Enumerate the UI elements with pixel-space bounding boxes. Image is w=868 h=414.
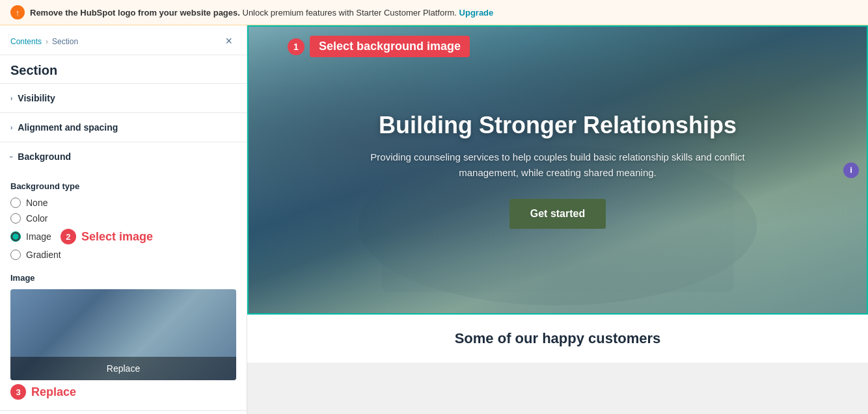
replace-callout: 3 Replace [10, 384, 236, 400]
radio-input-gradient[interactable] [10, 250, 21, 260]
select-image-callout: 2 Select image [61, 229, 153, 244]
notification-bar: ↑ Remove the HubSpot logo from your webs… [0, 0, 868, 25]
hero-content: Building Stronger Relationships Providin… [249, 27, 867, 313]
content-area: 1 Select background image i Building Str… [247, 25, 868, 414]
background-section: › Background Background type None C [0, 142, 247, 411]
breadcrumb-current: Section [52, 37, 78, 46]
notification-icon: ↑ [10, 5, 25, 19]
background-header[interactable]: › Background [0, 142, 247, 171]
radio-input-none[interactable] [10, 198, 21, 208]
main-layout: Contents › Section × Section › Visibilit… [0, 25, 868, 414]
sidebar: Contents › Section × Section › Visibilit… [0, 25, 247, 414]
section-title: Section [0, 55, 247, 84]
select-image-text[interactable]: Select image [81, 230, 153, 244]
step-badge-3: 3 [10, 384, 26, 400]
radio-image-row: Image 2 Select image [10, 229, 236, 244]
image-label: Image [10, 273, 236, 283]
background-content: Background type None Color [0, 171, 247, 410]
below-title: Some of our happy customers [263, 330, 852, 347]
breadcrumb-parent[interactable]: Contents [10, 37, 42, 46]
radio-gradient-label: Gradient [26, 250, 61, 260]
radio-none[interactable]: None [10, 198, 236, 208]
alignment-chevron: › [10, 124, 12, 131]
notification-upgrade-link[interactable]: Upgrade [459, 8, 494, 18]
below-hero: Some of our happy customers [247, 315, 868, 363]
alignment-section: › Alignment and spacing [0, 113, 247, 142]
background-type-label: Background type [10, 181, 236, 191]
radio-image-label: Image [26, 231, 51, 242]
hero-section: 1 Select background image i Building Str… [247, 25, 868, 315]
visibility-label: Visibility [18, 93, 55, 103]
radio-input-color[interactable] [10, 213, 21, 224]
breadcrumb: Contents › Section [10, 37, 78, 46]
visibility-chevron: › [10, 95, 12, 102]
background-type-options: None Color Image 2 [10, 198, 236, 260]
alignment-label: Alignment and spacing [18, 122, 118, 133]
close-button[interactable]: × [221, 33, 236, 49]
breadcrumb-separator: › [46, 37, 48, 46]
notification-bold: Remove the HubSpot logo from your websit… [30, 8, 240, 18]
visibility-header[interactable]: › Visibility [0, 84, 247, 112]
radio-image[interactable]: Image [10, 231, 51, 242]
radio-color-label: Color [26, 213, 47, 224]
sidebar-header: Contents › Section × [0, 25, 247, 55]
radio-none-label: None [26, 198, 47, 208]
hero-cta-button[interactable]: Get started [509, 199, 606, 229]
replace-overlay[interactable]: Replace [10, 357, 236, 380]
replace-btn-text: Replace [107, 363, 140, 374]
visibility-section: › Visibility [0, 84, 247, 113]
replace-callout-text: Replace [31, 385, 76, 399]
hero-subtitle: Providing counseling services to help co… [362, 149, 753, 181]
radio-gradient[interactable]: Gradient [10, 250, 236, 260]
hero-title: Building Stronger Relationships [379, 112, 737, 139]
notification-text: Unlock premium features with Starter Cus… [243, 8, 457, 18]
background-label: Background [18, 151, 71, 162]
step-badge-2: 2 [61, 229, 76, 244]
alignment-header[interactable]: › Alignment and spacing [0, 113, 247, 142]
image-preview-container: Replace [10, 289, 236, 380]
radio-input-image[interactable] [10, 231, 21, 242]
background-chevron: › [8, 155, 15, 157]
radio-color[interactable]: Color [10, 213, 236, 224]
